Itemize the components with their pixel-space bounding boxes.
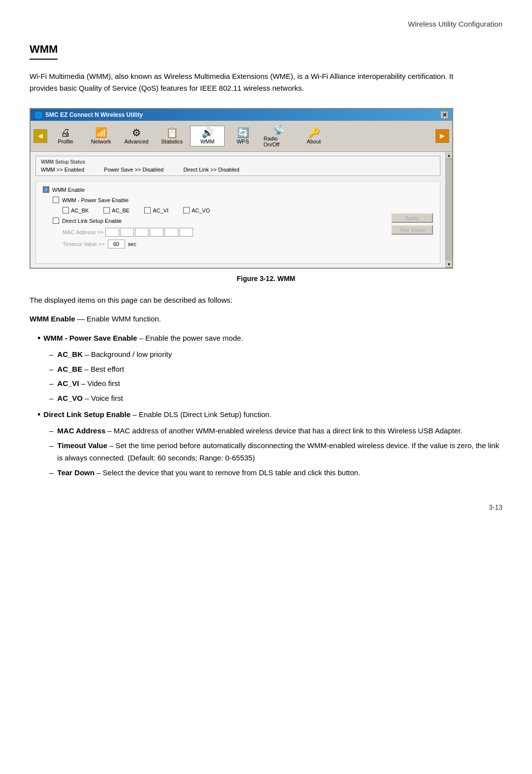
mac-timeout-area: MAC Address >> xyxy=(63,228,433,248)
power-save-status-text: Power Save >> Disabled xyxy=(104,167,164,173)
status-box-title: WMM Setup Status xyxy=(41,159,435,165)
dls-bold: Direct Link Setup Enable xyxy=(43,410,131,419)
wmm-enable-bold: WMM Enable xyxy=(30,315,75,323)
window-icon: 🌐 xyxy=(34,111,42,119)
wmm-icon: 🔊 xyxy=(201,128,214,138)
window-main: WMM Setup Status WMM >> Enabled Power Sa… xyxy=(31,152,445,268)
timeout-value-desc: Timeout Value – Set the time period befo… xyxy=(49,439,502,464)
wmm-enable-desc: WMM Enable — Enable WMM function. xyxy=(30,313,483,325)
statistics-label: Statistics xyxy=(161,139,183,144)
back-button[interactable]: ◄ xyxy=(33,129,47,143)
mac-field-4[interactable] xyxy=(150,228,164,237)
ac-vo-label: AC_VO xyxy=(192,208,210,213)
ac-bk-item: AC_BK xyxy=(63,207,89,213)
ac-be-checkbox[interactable] xyxy=(103,207,110,213)
dls-checkbox[interactable] xyxy=(53,217,59,224)
ac-be-desc: AC_BE – Best effort xyxy=(49,363,502,376)
teardown-button[interactable]: Tear Down xyxy=(391,225,433,235)
ac-vi-label: AC_VI xyxy=(153,208,168,213)
timeout-unit: sec xyxy=(128,241,136,247)
mac-field-2[interactable] xyxy=(120,228,134,237)
toolbar-item-advanced[interactable]: ⚙ Advanced xyxy=(119,126,154,146)
forward-button[interactable]: ► xyxy=(435,129,449,143)
toolbar-item-wps[interactable]: 🔄 WPS xyxy=(226,126,260,146)
window-title: SMC EZ Connect N Wireless Utility xyxy=(45,111,143,118)
ac-vo-item: AC_VO xyxy=(183,207,210,213)
ac-bk-checkbox[interactable] xyxy=(63,207,69,213)
window-content-area: WMM Setup Status WMM >> Enabled Power Sa… xyxy=(31,152,452,268)
profile-label: Profile xyxy=(58,139,73,144)
status-row: WMM >> Enabled Power Save >> Disabled Di… xyxy=(41,167,435,173)
mac-field-1[interactable] xyxy=(105,228,119,237)
figure-caption: Figure 3-12. WMM xyxy=(30,275,502,282)
ac-vo-desc: AC_VO – Voice first xyxy=(49,392,502,405)
scroll-down-arrow[interactable]: ▼ xyxy=(446,261,453,268)
intro-paragraph: Wi-Fi Multimedia (WMM), also known as Wi… xyxy=(30,70,473,94)
tear-down-desc: Tear Down – Select the device that you w… xyxy=(49,466,502,479)
page-header: Wireless Utility Configuration xyxy=(30,20,502,28)
header-text: Wireless Utility Configuration xyxy=(408,20,502,28)
wmm-label: WMM xyxy=(200,139,215,144)
radio-on-off-label: Radio On/Off xyxy=(264,136,293,147)
mac-field-5[interactable] xyxy=(165,228,178,237)
wmm-status-text: WMM >> Enabled xyxy=(41,167,84,173)
network-icon: 📶 xyxy=(95,128,107,138)
network-label: Network xyxy=(91,139,111,144)
page-number: 3-13 xyxy=(30,503,502,511)
spacer xyxy=(43,248,433,258)
mac-address-desc: MAC Address – MAC address of another WMM… xyxy=(49,424,502,437)
dls-sub-list: MAC Address – MAC address of another WMM… xyxy=(49,424,502,479)
mac-field-3[interactable] xyxy=(135,228,149,237)
ac-vo-checkbox[interactable] xyxy=(183,207,190,213)
power-save-checkbox[interactable] xyxy=(53,197,59,203)
scrollbar-track[interactable] xyxy=(446,159,452,261)
list-item-dls: Direct Link Setup Enable – Enable DLS (D… xyxy=(37,408,502,422)
statistics-icon: 📋 xyxy=(166,128,178,138)
wps-icon: 🔄 xyxy=(237,128,249,138)
scroll-up-arrow[interactable]: ▲ xyxy=(446,152,453,159)
ac-bk-label: AC_BK xyxy=(71,208,89,213)
timeout-label: Timeout Value >> xyxy=(63,241,105,247)
toolbar-item-statistics[interactable]: 📋 Statistics xyxy=(155,126,189,146)
dls-row: Direct Link Setup Enable xyxy=(53,217,433,224)
mac-address-row: MAC Address >> xyxy=(63,228,391,237)
action-buttons: Apply Tear Down xyxy=(391,213,433,235)
apply-button[interactable]: Apply xyxy=(391,213,433,223)
timeout-input[interactable] xyxy=(108,240,125,248)
window-body: WMM Setup Status WMM >> Enabled Power Sa… xyxy=(31,152,445,268)
advanced-label: Advanced xyxy=(125,139,149,144)
description-text: The displayed items on this page can be … xyxy=(30,294,483,306)
power-save-bold: WMM - Power Save Enable xyxy=(43,334,137,342)
advanced-icon: ⚙ xyxy=(132,128,141,138)
wmm-enable-row: ✓ WMM Enable xyxy=(43,186,433,193)
toolbar-item-wmm[interactable]: 🔊 WMM xyxy=(190,126,225,146)
ac-be-item: AC_BE xyxy=(103,207,130,213)
mac-address-label: MAC Address >> xyxy=(63,229,103,235)
settings-panel: ✓ WMM Enable WMM - Power Save Enable AC_… xyxy=(35,181,440,264)
bullet-list: WMM - Power Save Enable – Enable the pow… xyxy=(30,332,502,479)
window-titlebar: 🌐 SMC EZ Connect N Wireless Utility ✕ xyxy=(31,109,452,121)
wmm-status-box: WMM Setup Status WMM >> Enabled Power Sa… xyxy=(35,156,440,176)
toolbar-item-profile[interactable]: 🖨 Profile xyxy=(48,126,83,146)
profile-icon: 🖨 xyxy=(61,128,70,138)
power-save-label: WMM - Power Save Enable xyxy=(62,197,129,203)
wmm-enable-checkbox[interactable]: ✓ xyxy=(43,186,49,193)
toolbar-item-about[interactable]: 🔑 About xyxy=(297,126,331,146)
ac-vi-desc: AC_VI – Video first xyxy=(49,377,502,390)
scrollbar[interactable]: ▲ ▼ xyxy=(445,152,452,268)
direct-link-status-text: Direct Link >> Disabled xyxy=(183,167,239,173)
close-button[interactable]: ✕ xyxy=(440,111,448,119)
utility-window: 🌐 SMC EZ Connect N Wireless Utility ✕ ◄ … xyxy=(30,108,453,269)
mac-field-6[interactable] xyxy=(179,228,193,237)
dls-label: Direct Link Setup Enable xyxy=(62,218,122,224)
toolbar: ◄ 🖨 Profile 📶 Network ⚙ Advanced 📋 Stati… xyxy=(31,121,452,152)
ac-vi-checkbox[interactable] xyxy=(144,207,151,213)
power-save-row: WMM - Power Save Enable xyxy=(53,197,433,203)
ac-vi-item: AC_VI xyxy=(144,207,168,213)
mac-timeout-fields: MAC Address >> xyxy=(63,228,391,248)
ac-bk-desc: AC_BK – Background / low priority xyxy=(49,348,502,361)
section-title: WMM xyxy=(30,43,58,60)
toolbar-item-network[interactable]: 📶 Network xyxy=(84,126,118,146)
wps-label: WPS xyxy=(236,139,249,144)
toolbar-item-radio-on-off[interactable]: 📡 Radio On/Off xyxy=(261,123,296,149)
